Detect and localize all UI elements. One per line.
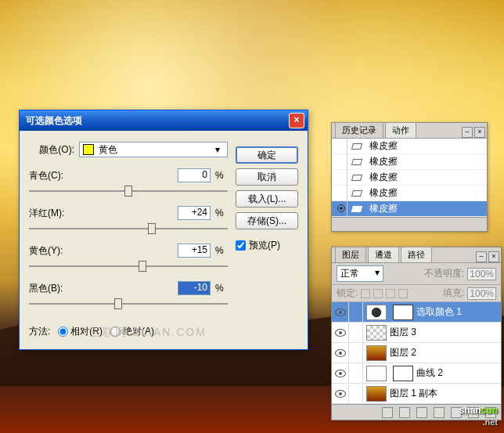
layer-thumbnail-icon	[366, 386, 387, 402]
layer-name: 选取颜色 1	[416, 305, 462, 319]
minimize-icon[interactable]: –	[476, 251, 487, 262]
slider-value-input[interactable]: +15	[178, 244, 211, 258]
visibility-toggle[interactable]	[332, 384, 349, 403]
chevron-down-icon: ▾	[211, 144, 224, 155]
opacity-value[interactable]: 100%	[467, 268, 496, 280]
lock-pixels-icon[interactable]	[373, 289, 383, 298]
ok-button[interactable]: 确定	[236, 146, 298, 164]
dialog-titlebar[interactable]: 可选颜色选项 ×	[20, 110, 308, 131]
layer-mask-icon	[393, 305, 413, 320]
eraser-icon	[352, 204, 365, 215]
cancel-button[interactable]: 取消	[236, 168, 298, 186]
fill-label: 填充:	[443, 287, 464, 300]
fx-icon[interactable]	[399, 407, 410, 418]
history-panel: 历史记录 动作 – × 橡皮擦橡皮擦橡皮擦橡皮擦橡皮擦	[331, 122, 488, 232]
close-icon[interactable]: ×	[474, 127, 485, 138]
watermark: 三联网 SLIAN.COM	[90, 326, 207, 340]
layer-name: 图层 2	[390, 346, 416, 359]
tab-layers[interactable]: 图层	[335, 247, 366, 262]
tab-paths[interactable]: 路径	[401, 247, 432, 262]
color-swatch-icon	[83, 144, 94, 155]
layer-thumbnail-icon	[366, 305, 387, 320]
chevron-down-icon: ▾	[375, 267, 380, 280]
fill-value[interactable]: 100%	[467, 287, 496, 300]
layer-name: 图层 1 副本	[390, 387, 437, 400]
slider-value-input[interactable]: +24	[178, 206, 211, 220]
layer-item[interactable]: 曲线 2	[332, 363, 501, 384]
blend-mode-dropdown[interactable]: 正常▾	[337, 265, 383, 282]
history-item[interactable]: 橡皮擦	[332, 154, 487, 170]
site-logo: shancun .net	[459, 401, 498, 427]
eye-icon	[335, 349, 346, 357]
layer-name: 图层 3	[390, 326, 416, 339]
layer-item[interactable]: 图层 3	[332, 323, 501, 343]
eraser-icon	[352, 188, 365, 199]
preview-checkbox[interactable]: 预览(P)	[236, 239, 298, 252]
eye-icon	[335, 390, 346, 398]
history-item-label: 橡皮擦	[369, 186, 398, 200]
history-item[interactable]: 橡皮擦	[332, 186, 487, 201]
layer-mask-icon	[393, 366, 413, 381]
layer-thumbnail-icon	[366, 345, 387, 361]
lock-transparency-icon[interactable]	[361, 289, 370, 298]
slider-thumb-icon	[148, 223, 156, 234]
slider-label: 洋红(M):	[29, 207, 74, 220]
history-item-label: 橡皮擦	[369, 202, 398, 215]
layer-thumbnail-icon	[366, 325, 387, 341]
adjustment-icon[interactable]	[434, 407, 445, 418]
history-item[interactable]: 橡皮擦	[332, 201, 487, 217]
history-item[interactable]: 橡皮擦	[332, 170, 487, 186]
link-icon[interactable]	[382, 407, 393, 418]
slider-track[interactable]	[29, 222, 228, 236]
visibility-toggle[interactable]	[332, 323, 349, 342]
tab-channels[interactable]: 通道	[368, 247, 399, 262]
minimize-icon[interactable]: –	[462, 127, 473, 138]
slider-track[interactable]	[29, 259, 228, 273]
slider-thumb-icon	[114, 298, 122, 309]
slider-track[interactable]	[29, 297, 228, 311]
dialog-title: 可选颜色选项	[26, 114, 289, 128]
layer-thumbnail-icon	[366, 366, 387, 381]
color-label: 颜色(O):	[29, 143, 74, 157]
slider-label: 黑色(B):	[29, 282, 74, 295]
slider-thumb-icon	[124, 186, 132, 197]
color-value: 黄色	[99, 143, 117, 157]
lock-position-icon[interactable]	[386, 289, 395, 298]
layer-item[interactable]: 图层 2	[332, 343, 501, 363]
eraser-icon	[352, 141, 365, 152]
lock-label: 锁定:	[337, 287, 358, 300]
slider-value-input[interactable]: 0	[178, 168, 211, 182]
slider-label: 黄色(Y):	[29, 244, 74, 258]
eraser-icon	[352, 172, 365, 183]
layer-name: 曲线 2	[416, 366, 443, 380]
tab-history[interactable]: 历史记录	[335, 122, 383, 138]
history-item-label: 橡皮擦	[369, 139, 398, 153]
color-dropdown[interactable]: 黄色 ▾	[79, 142, 228, 157]
visibility-toggle[interactable]	[332, 302, 349, 322]
method-label: 方法:	[29, 325, 50, 338]
slider-track[interactable]	[29, 184, 228, 198]
slider-value-input[interactable]: -10	[178, 281, 211, 295]
close-icon[interactable]: ×	[289, 113, 304, 128]
selective-color-dialog: 可选颜色选项 × 颜色(O): 黄色 ▾ 青色(C):0%洋红(M):+24%黄…	[19, 110, 308, 350]
visibility-toggle[interactable]	[332, 343, 349, 363]
lock-all-icon[interactable]	[398, 289, 408, 298]
visibility-toggle[interactable]	[332, 363, 349, 383]
history-brush-icon	[337, 204, 345, 212]
slider-thumb-icon	[139, 261, 146, 272]
load-button[interactable]: 载入(L)...	[236, 190, 298, 207]
slider-label: 青色(C):	[29, 169, 74, 182]
history-item-label: 橡皮擦	[369, 171, 398, 184]
tab-actions[interactable]: 动作	[385, 122, 416, 138]
opacity-label: 不透明度:	[424, 267, 464, 280]
layer-item[interactable]: 选取颜色 1	[332, 302, 501, 323]
eye-icon	[335, 370, 346, 377]
history-item[interactable]: 橡皮擦	[332, 139, 487, 154]
mask-icon[interactable]	[416, 407, 427, 418]
eye-icon	[335, 329, 346, 337]
history-item-label: 橡皮擦	[369, 155, 398, 168]
close-icon[interactable]: ×	[488, 251, 499, 262]
layers-panel: 图层 通道 路径 – × 正常▾ 不透明度: 100% 锁定: 填充: 100%…	[331, 247, 502, 420]
eye-icon	[335, 309, 346, 316]
save-button[interactable]: 存储(S)...	[236, 212, 298, 229]
